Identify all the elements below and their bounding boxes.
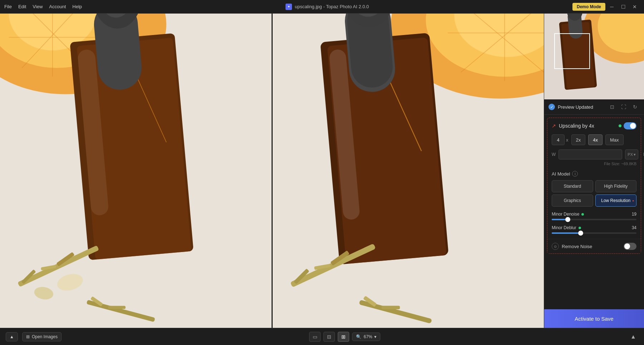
menu-view[interactable]: View <box>33 4 43 9</box>
upscaling-toggle-switch[interactable] <box>624 122 636 129</box>
minor-denoise-thumb[interactable] <box>565 217 570 222</box>
panel-divider <box>272 14 273 328</box>
image-area <box>0 14 544 328</box>
app-title-area: ✦ upscaling.jpg - Topaz Photo AI 2.0.0 <box>286 4 369 10</box>
remove-noise-section: ⊙ Remove Noise <box>547 239 641 253</box>
minor-denoise-header: Minor Denoise 19 <box>552 212 636 217</box>
app-icon: ✦ <box>286 4 292 10</box>
split-v-icon: ⊟ <box>327 334 331 340</box>
zoom-chevron: ▾ <box>374 334 376 339</box>
bottom-right: ▲ <box>628 332 638 342</box>
activate-to-save-button[interactable]: Activate to Save <box>544 309 644 328</box>
remove-noise-label: Remove Noise <box>562 244 592 249</box>
upscaling-icon: ↗ <box>552 123 556 129</box>
fullscreen-button[interactable]: ⛶ <box>619 102 628 112</box>
minor-denoise-label: Minor Denoise <box>552 212 584 217</box>
remove-noise-icon: ⊙ <box>552 243 559 250</box>
after-panel <box>273 14 544 328</box>
bottom-bar: ▲ ⊞ Open Images ▭ ⊟ ⊞ 🔍 67% ▾ ▲ <box>0 328 644 345</box>
maximize-button[interactable]: ☐ <box>618 2 628 12</box>
minor-denoise-value: 19 <box>632 212 636 217</box>
collapse-button[interactable]: ▲ <box>6 332 18 341</box>
scale-input-group: 4 x <box>552 134 569 145</box>
scale-4x-button[interactable]: 4x <box>588 134 602 145</box>
remove-noise-left: ⊙ Remove Noise <box>552 243 592 250</box>
open-images-button[interactable]: ⊞ Open Images <box>22 332 62 341</box>
minor-deblur-value: 34 <box>632 225 636 230</box>
main-area: ✓ Preview Updated ⊡ ⛶ ↻ ↗ Upscaling by 4… <box>0 14 644 328</box>
width-label: W <box>552 152 556 157</box>
demo-mode-button[interactable]: Demo Mode <box>572 3 605 11</box>
before-panel <box>0 14 272 328</box>
minor-denoise-active-dot <box>581 213 584 216</box>
scale-max-button[interactable]: Max <box>605 134 624 145</box>
upscaling-header: ↗ Upscaling by 4x <box>552 122 636 129</box>
preview-status-label: Preview Updated <box>558 104 593 110</box>
svg-rect-23 <box>108 306 126 309</box>
scale-row: 4 x 2x 4x Max <box>552 134 636 145</box>
zoom-level: 67% <box>364 334 372 339</box>
expand-button[interactable]: ▲ <box>628 332 638 342</box>
minor-deblur-thumb[interactable] <box>578 231 583 236</box>
crop-button[interactable]: ⊡ <box>608 102 617 112</box>
open-images-label: Open Images <box>32 334 58 339</box>
preview-bar: ✓ Preview Updated ⊡ ⛶ ↻ <box>544 99 644 115</box>
window-controls: Demo Mode ─ ☐ ✕ <box>572 2 640 12</box>
minor-deblur-fill <box>552 232 581 234</box>
model-grid: Standard High Fidelity Graphics Low Reso… <box>552 180 636 207</box>
ai-model-info-icon[interactable]: i <box>572 171 578 177</box>
thumbnail-background <box>544 14 644 99</box>
width-input[interactable]: 3200 <box>558 149 622 159</box>
upscaling-label: Upscaling by 4x <box>559 123 594 129</box>
dimensions-row: W 3200 PX ▾ H 2360 PX ▾ <box>552 149 636 159</box>
scale-x-label: x <box>566 137 569 143</box>
remove-noise-toggle[interactable] <box>624 243 636 250</box>
minor-deblur-label: Minor Deblur <box>552 225 581 230</box>
preview-actions: ⊡ ⛶ ↻ <box>608 102 640 112</box>
minimize-button[interactable]: ─ <box>607 2 617 12</box>
zoom-control[interactable]: 🔍 67% ▾ <box>352 332 380 341</box>
upscaling-toggle <box>619 122 636 129</box>
scale-2x-button[interactable]: 2x <box>571 134 586 145</box>
minor-deblur-track[interactable] <box>552 232 636 234</box>
filesize-label: File Size: ~69.8KB <box>552 162 636 166</box>
menu-help[interactable]: Help <box>72 4 82 9</box>
menu-edit[interactable]: Edit <box>18 4 26 9</box>
bottom-center: ▭ ⊟ ⊞ 🔍 67% ▾ <box>309 332 380 342</box>
controls-panel: ↗ Upscaling by 4x 4 x 2x 4x <box>544 115 644 309</box>
single-view-button[interactable]: ▭ <box>309 332 321 342</box>
svg-rect-47 <box>381 306 400 309</box>
upscaling-title: ↗ Upscaling by 4x <box>552 123 594 129</box>
scale-value-input[interactable]: 4 <box>552 134 565 145</box>
upscaling-section: ↗ Upscaling by 4x 4 x 2x 4x <box>547 118 641 254</box>
model-low-resolution-button[interactable]: Low Resolution <box>595 194 637 207</box>
single-view-icon: ▭ <box>313 334 317 340</box>
thumbnail-area <box>544 14 644 99</box>
open-images-icon: ⊞ <box>26 334 30 339</box>
minor-denoise-track[interactable] <box>552 219 636 220</box>
bottom-left: ▲ ⊞ Open Images <box>6 332 62 341</box>
ai-model-header: AI Model i <box>552 171 636 177</box>
preview-status: ✓ Preview Updated <box>548 104 593 110</box>
width-unit[interactable]: PX ▾ <box>625 149 638 159</box>
thumbnail-selection <box>554 33 590 69</box>
model-standard-button[interactable]: Standard <box>552 180 593 192</box>
active-indicator <box>619 124 621 127</box>
split-vertical-view-button[interactable]: ⊟ <box>323 332 335 342</box>
menu-area: File Edit View Account Help <box>4 4 82 9</box>
model-high-fidelity-button[interactable]: High Fidelity <box>595 180 637 192</box>
zoom-icon: 🔍 <box>356 334 361 339</box>
minor-deblur-header: Minor Deblur 34 <box>552 225 636 230</box>
model-graphics-button[interactable]: Graphics <box>552 194 593 207</box>
minor-deblur-active-dot <box>579 227 581 229</box>
collapse-icon: ▲ <box>10 334 14 339</box>
split-h-icon: ⊞ <box>341 334 346 340</box>
split-horizontal-view-button[interactable]: ⊞ <box>338 332 349 342</box>
refresh-button[interactable]: ↻ <box>630 102 640 112</box>
minor-deblur-section: Minor Deblur 34 <box>552 225 636 234</box>
menu-account[interactable]: Account <box>49 4 66 9</box>
menu-file[interactable]: File <box>4 4 12 9</box>
right-sidebar: ✓ Preview Updated ⊡ ⛶ ↻ ↗ Upscaling by 4… <box>544 14 644 328</box>
close-button[interactable]: ✕ <box>630 2 640 12</box>
preview-check-icon: ✓ <box>548 104 555 110</box>
